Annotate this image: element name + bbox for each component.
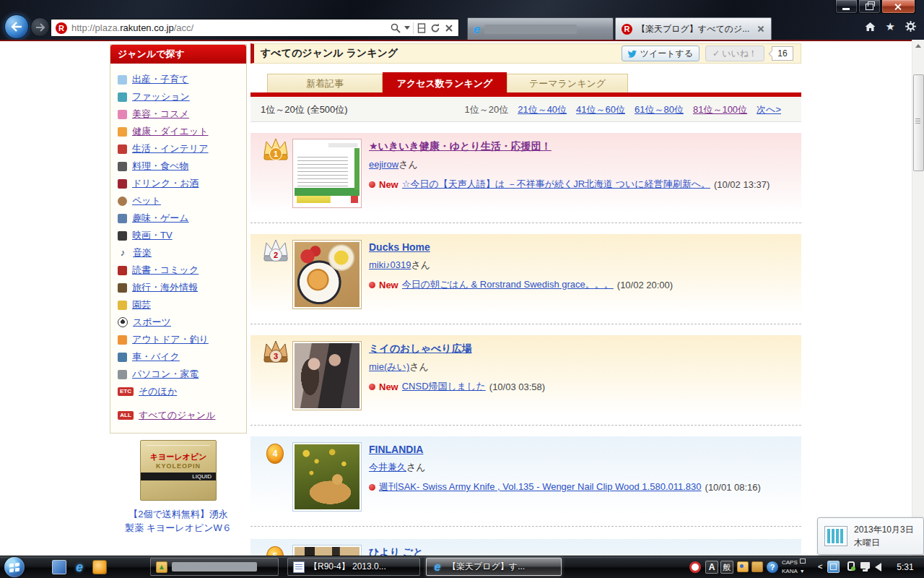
- tweet-button[interactable]: ツイートする: [622, 46, 699, 61]
- red-shield-icon[interactable]: [689, 561, 701, 573]
- scrollbar-thumb[interactable]: [913, 74, 924, 171]
- minimize-button[interactable]: [835, 0, 858, 14]
- blog-title-link[interactable]: ★いきいき健康・ゆとり生活・応援団！: [369, 140, 552, 153]
- taskbar-button-3[interactable]: e【楽天ブログ】す...: [426, 558, 562, 576]
- search-icon[interactable]: [390, 22, 401, 34]
- sidebar-link[interactable]: スポーツ: [133, 316, 171, 329]
- hidden-icons-chevron[interactable]: <: [818, 562, 822, 571]
- taskbar-clock[interactable]: 5:31: [888, 556, 923, 578]
- scrollbar-up-arrow[interactable]: [912, 40, 924, 52]
- stop-icon[interactable]: [444, 23, 454, 33]
- sidebar-link[interactable]: 車・バイク: [132, 350, 180, 363]
- sidebar-link[interactable]: アウトドア・釣り: [132, 333, 209, 346]
- blog-title-link[interactable]: ミイのおしゃべり広場: [369, 342, 472, 355]
- help-icon[interactable]: ?: [767, 561, 778, 573]
- close-button[interactable]: [881, 0, 915, 14]
- start-button[interactable]: [4, 557, 25, 577]
- pinned-window-icon[interactable]: [52, 560, 66, 574]
- sidebar-link[interactable]: 読書・コミック: [132, 264, 199, 277]
- restore-button[interactable]: [858, 0, 881, 14]
- article-link[interactable]: ☆今日の【天声人語】は －不祥事が続くJR北海道 ついに経営陣刷新へ。: [402, 178, 710, 191]
- address-bar[interactable]: R http://plaza.rakuten.co.jp/acc/: [51, 19, 459, 37]
- power-plug-icon[interactable]: [847, 561, 855, 571]
- article-link[interactable]: 週刊SAK- Swiss Army Knife , Vol.135 - Weng…: [379, 480, 702, 493]
- back-button[interactable]: [4, 14, 29, 39]
- sidebar-link[interactable]: 趣味・ゲーム: [132, 212, 189, 225]
- browser-tab-active[interactable]: R 【楽天ブログ】すべてのジ...: [615, 17, 772, 40]
- ad-product-roman: KYOLEOPIN: [141, 462, 216, 470]
- author-link[interactable]: eejirow: [369, 159, 398, 170]
- like-button[interactable]: ✓ いいね！: [705, 46, 764, 61]
- sidebar-ad[interactable]: キヨーレオピン KYOLEOPIN LIQUID 【2個で送料無料】湧永 製薬 …: [121, 440, 236, 535]
- taskbar-button-1[interactable]: [150, 558, 279, 576]
- sidebar-link[interactable]: 園芸: [132, 298, 151, 311]
- home-icon[interactable]: [864, 21, 876, 33]
- sidebar-item: 車・バイク: [118, 348, 242, 366]
- rank-crown-bronze-icon: 3: [261, 340, 291, 368]
- rank-range-label: 1位～20位 (全500位): [261, 98, 348, 121]
- sidebar-link[interactable]: すべてのジャンル: [139, 409, 215, 422]
- blog-thumbnail[interactable]: [292, 341, 362, 410]
- gear-icon[interactable]: [905, 20, 917, 33]
- pagination-link[interactable]: 41位～60位: [576, 98, 625, 121]
- sidebar-link[interactable]: ファッション: [132, 90, 190, 103]
- author-link[interactable]: miki♪0319: [369, 259, 411, 270]
- tab-access-ranking[interactable]: アクセス数ランキング: [383, 72, 507, 93]
- favorites-star-icon[interactable]: ★: [886, 21, 895, 33]
- article-link[interactable]: CNSD帰国しました: [402, 380, 486, 393]
- author-link[interactable]: 今井兼久: [369, 462, 406, 473]
- tab-close-icon[interactable]: [757, 25, 765, 33]
- blog-title-link[interactable]: ひより ごと: [369, 546, 424, 556]
- tab-theme-ranking[interactable]: テーマランキング: [507, 74, 628, 93]
- pagination-link[interactable]: 61位～80位: [635, 98, 684, 121]
- page-scrollbar[interactable]: [912, 40, 924, 556]
- blog-thumbnail[interactable]: [292, 139, 362, 208]
- blog-thumbnail[interactable]: [292, 240, 362, 309]
- rakuten-favicon: R: [622, 24, 632, 35]
- sidebar-link[interactable]: 生活・インテリア: [132, 142, 209, 155]
- pagination-link[interactable]: 21位～40位: [518, 98, 567, 121]
- page-content: ジャンルで探す 出産・子育てファッション美容・コスメ健康・ダイエット生活・インテ…: [0, 40, 912, 556]
- ime-mini-window-icon: [800, 558, 806, 564]
- ime-conversion-indicator[interactable]: 般: [720, 561, 733, 574]
- new-label: New: [379, 280, 398, 290]
- article-link[interactable]: 今日の朝ごはん & Rorstrand Swedish grace。。。: [402, 278, 614, 291]
- rank-number: 3: [270, 350, 282, 362]
- sidebar-link[interactable]: 出産・子育て: [132, 73, 188, 86]
- ime-dictionary-icon[interactable]: [751, 561, 763, 572]
- product-box-image[interactable]: キヨーレオピン KYOLEOPIN LIQUID: [140, 440, 217, 501]
- security-app-icon[interactable]: [92, 560, 107, 574]
- ime-pad-icon[interactable]: [737, 561, 749, 572]
- sidebar-link[interactable]: 音楽: [133, 246, 152, 259]
- sidebar-link[interactable]: 健康・ダイエット: [132, 125, 209, 138]
- pagination-next[interactable]: 次へ>: [757, 98, 781, 121]
- volume-icon[interactable]: [875, 563, 881, 571]
- sidebar-link[interactable]: 料理・食べ物: [132, 160, 188, 173]
- sidebar-link[interactable]: ドリンク・お酒: [132, 177, 199, 190]
- sidebar-link[interactable]: パソコン・家電: [132, 368, 199, 381]
- ime-input-mode-indicator[interactable]: A: [705, 561, 718, 574]
- blog-title-link[interactable]: FINLANDIA: [369, 444, 423, 455]
- taskbar-button-2[interactable]: 【R90-4】 2013.0...: [287, 558, 420, 576]
- compatibility-view-icon[interactable]: [417, 22, 427, 34]
- sidebar-link[interactable]: 旅行・海外情報: [132, 281, 198, 294]
- refresh-icon[interactable]: [430, 22, 441, 34]
- ad-caption-link[interactable]: 【2個で送料無料】湧永 製薬 キヨーレオピンW６: [121, 508, 236, 535]
- action-center-icon[interactable]: [827, 561, 840, 573]
- blog-title-link[interactable]: Ducks Home: [369, 241, 430, 253]
- forward-button[interactable]: [30, 17, 50, 37]
- pagination-link[interactable]: 81位～100位: [693, 98, 747, 121]
- sidebar-link[interactable]: そのほか: [139, 385, 177, 398]
- tab-new-articles[interactable]: 新着記事: [267, 74, 383, 93]
- sidebar-link[interactable]: 美容・コスメ: [132, 108, 189, 121]
- sidebar-link[interactable]: 映画・TV: [132, 229, 173, 242]
- browser-tab-inactive[interactable]: e: [467, 17, 614, 40]
- author-link[interactable]: mie(みい): [369, 361, 409, 372]
- blog-thumbnail[interactable]: [292, 545, 362, 556]
- sidebar-link[interactable]: ペット: [132, 194, 161, 207]
- blog-thumbnail[interactable]: [292, 442, 362, 512]
- keyboard-status-indicator[interactable]: CAPS KANA▼: [782, 558, 816, 576]
- internet-explorer-quick-icon[interactable]: e: [72, 560, 87, 574]
- latest-article-line: New☆今日の【天声人語】は －不祥事が続くJR北海道 ついに経営陣刷新へ。(1…: [369, 178, 799, 191]
- search-dropdown-icon[interactable]: [404, 26, 410, 30]
